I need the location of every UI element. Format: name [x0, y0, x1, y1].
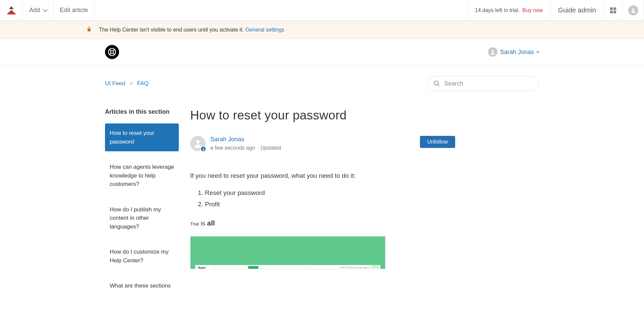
sidebar: Articles in this section How to reset yo… — [105, 108, 179, 296]
svg-point-4 — [434, 81, 438, 85]
breadcrumb-section[interactable]: FAQ — [137, 80, 149, 87]
user-avatar-icon — [488, 47, 497, 57]
sidebar-title: Articles in this section — [105, 108, 179, 115]
chevron-down-icon — [536, 50, 540, 53]
edit-article-button[interactable]: Edit article — [54, 0, 95, 20]
admin-bar-spacer — [95, 0, 468, 20]
trial-text: 14 days left in trial. — [475, 7, 520, 13]
article: How to reset your password Sarah Jonas a… — [190, 108, 455, 269]
guide-admin-link[interactable]: Guide admin — [551, 0, 604, 20]
article-title: How to reset your password — [190, 108, 455, 122]
search-box[interactable] — [427, 76, 539, 91]
apps-menu-button[interactable] — [604, 0, 623, 20]
breadcrumb-separator: > — [129, 80, 133, 87]
sidebar-item-reset-password[interactable]: How to reset your password — [105, 123, 179, 151]
svg-point-1 — [108, 48, 116, 56]
activation-notice: The Help Center isn't visible to end use… — [0, 21, 644, 39]
logo-icon — [7, 6, 16, 14]
main-columns: Articles in this section How to reset yo… — [105, 108, 539, 296]
svg-point-7 — [203, 148, 204, 149]
add-label: Add — [29, 7, 40, 14]
svg-point-0 — [632, 8, 634, 10]
notice-text: The Help Center isn't visible to end use… — [99, 27, 284, 33]
zendesk-logo[interactable] — [0, 0, 23, 20]
author-block: Sarah Jonas a few seconds ago·Updated — [190, 136, 281, 151]
fake-site-bar: fiverr fiverr Pro Become a Seller Sign I… — [195, 265, 380, 269]
lifebuoy-icon — [108, 48, 116, 56]
page: UI Feed > FAQ Articles in this section H… — [105, 65, 539, 296]
embedded-screenshot: fiverr fiverr Pro Become a Seller Sign I… — [190, 236, 385, 269]
sidebar-item-customize-hc[interactable]: How do I customize my Help Center? — [105, 242, 179, 270]
sidebar-item-agents-knowledge[interactable]: How can agents leverage knowledge to hel… — [105, 157, 179, 194]
fake-search-button-icon — [248, 266, 258, 269]
user-name: Sarah Jonas — [500, 49, 534, 56]
article-steps: Reset your password Profit — [205, 188, 455, 209]
svg-point-2 — [111, 51, 114, 54]
general-settings-link[interactable]: General settings — [245, 27, 284, 33]
breadcrumb: UI Feed > FAQ — [105, 80, 149, 87]
article-body: If you need to reset your password, what… — [190, 171, 455, 269]
top-row: UI Feed > FAQ — [105, 76, 539, 91]
admin-avatar-button[interactable] — [623, 0, 644, 20]
admin-bar: Add Edit article 14 days left in trial. … — [0, 0, 644, 21]
step-item: Profit — [205, 199, 455, 209]
sidebar-item-sections[interactable]: What are these sections — [105, 276, 179, 296]
breadcrumb-root[interactable]: UI Feed — [105, 80, 125, 87]
apps-icon — [610, 7, 616, 13]
chevron-down-icon — [43, 7, 47, 12]
article-meta-row: Sarah Jonas a few seconds ago·Updated Un… — [190, 136, 455, 151]
agent-badge-icon — [200, 146, 206, 152]
unfollow-button[interactable]: Unfollow — [420, 136, 455, 148]
trial-info: 14 days left in trial. Buy now — [468, 0, 551, 20]
buy-now-link[interactable]: Buy now — [522, 7, 543, 13]
svg-point-6 — [196, 140, 200, 144]
article-closing: That is all — [190, 218, 455, 229]
search-icon — [433, 80, 440, 87]
add-dropdown[interactable]: Add — [23, 0, 54, 20]
help-center-logo[interactable] — [105, 45, 119, 59]
hc-header: Sarah Jonas — [0, 39, 644, 65]
avatar-icon — [628, 5, 638, 15]
step-item: Reset your password — [205, 188, 455, 198]
svg-line-5 — [438, 85, 439, 86]
lock-icon — [87, 26, 92, 34]
author-name-link[interactable]: Sarah Jonas — [210, 136, 281, 143]
search-input[interactable] — [444, 80, 533, 87]
article-intro: If you need to reset your password, what… — [190, 171, 455, 180]
article-meta: a few seconds ago·Updated — [210, 145, 281, 151]
svg-point-3 — [492, 50, 494, 52]
user-menu[interactable]: Sarah Jonas — [488, 47, 539, 57]
sidebar-item-publish-languages[interactable]: How do I publish my content in other lan… — [105, 200, 179, 237]
author-avatar — [190, 136, 206, 151]
